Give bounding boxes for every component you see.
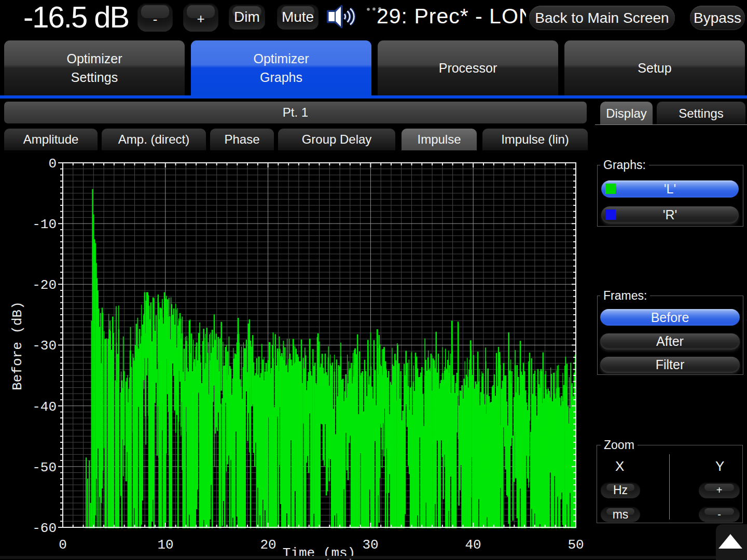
svg-text:30: 30 — [362, 537, 378, 553]
svg-text:Before (dB): Before (dB) — [10, 301, 25, 390]
svg-text:-30: -30 — [32, 338, 57, 354]
svg-text:-60: -60 — [32, 521, 57, 536]
svg-text:-10: -10 — [32, 217, 57, 232]
svg-text:50: 50 — [568, 537, 584, 553]
svg-text:0: 0 — [48, 156, 57, 172]
svg-text:-20: -20 — [32, 277, 57, 293]
svg-text:-40: -40 — [32, 399, 57, 415]
svg-text:-50: -50 — [32, 460, 57, 475]
svg-text:10: 10 — [157, 537, 173, 553]
svg-text:40: 40 — [465, 537, 481, 553]
svg-text:20: 20 — [260, 537, 276, 553]
svg-text:0: 0 — [59, 537, 67, 553]
